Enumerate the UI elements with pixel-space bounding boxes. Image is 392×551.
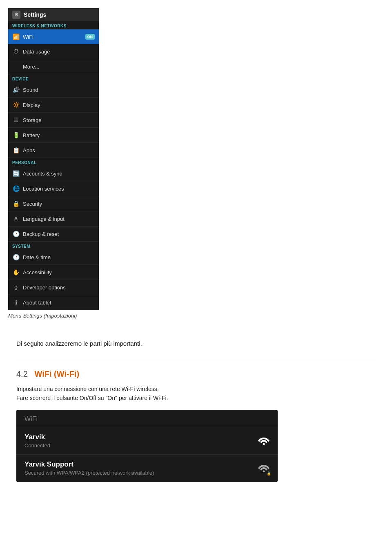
section-name: WiFi (Wi-Fi)	[34, 369, 79, 378]
svg-point-0	[263, 443, 265, 445]
sidebar-item-backup-reset[interactable]: 🕐 Backup & reset	[8, 227, 99, 242]
section-header-system: SYSTEM	[8, 242, 99, 250]
section-description: Impostare una connessione con una rete W…	[16, 384, 376, 403]
about-tablet-label: About tablet	[23, 300, 51, 306]
intro-text: Di seguito analizzeremo le parti più imp…	[16, 339, 376, 349]
sidebar-item-security[interactable]: 🔒 Security	[8, 196, 99, 211]
wifi-signal-icon-yarvik-support	[258, 462, 270, 472]
developer-options-icon: {}	[12, 284, 20, 291]
wifi-network-yarvik-support-status: Secured with WPA/WPA2 (protected network…	[24, 470, 154, 476]
storage-label: Storage	[23, 117, 42, 123]
sidebar-item-data-usage[interactable]: ⏱ Data usage	[8, 44, 99, 59]
wifi-network-yarvik-support-info: Yarvik Support Secured with WPA/WPA2 (pr…	[24, 460, 154, 476]
wifi-signal-yarvik-support: 🔒	[258, 462, 270, 474]
battery-icon: 🔋	[12, 131, 20, 139]
accessibility-icon: ✋	[12, 269, 20, 276]
section-desc-line2: Fare scorrere il pulsante On/Off su "On"…	[16, 395, 168, 401]
wifi-signal-yarvik	[258, 435, 270, 447]
section-desc-line1: Impostare una connessione con una rete W…	[16, 386, 159, 392]
sidebar-item-language-input[interactable]: A Language & input	[8, 211, 99, 227]
wifi-screenshot-panel: WiFi Yarvik Connected Yarvik Support Sec…	[16, 410, 278, 482]
security-icon: 🔒	[12, 200, 20, 207]
display-icon: 🔆	[12, 101, 20, 109]
data-usage-label: Data usage	[23, 49, 50, 55]
sidebar-item-developer-options[interactable]: {} Developer options	[8, 280, 99, 295]
settings-title: Settings	[24, 11, 46, 18]
sidebar-item-wifi[interactable]: 📶 WiFi ON	[8, 29, 99, 44]
language-input-label: Language & input	[23, 216, 65, 222]
language-input-icon: A	[12, 215, 20, 222]
apps-icon: 📋	[12, 147, 20, 154]
sidebar-item-accounts-sync[interactable]: 🔄 Accounts & sync	[8, 166, 99, 181]
accounts-sync-icon: 🔄	[12, 170, 20, 177]
sidebar-item-date-time[interactable]: 🕐 Date & time	[8, 250, 99, 265]
accessibility-label: Accessibility	[23, 269, 52, 276]
backup-reset-icon: 🕐	[12, 230, 20, 238]
storage-icon: ☰	[12, 116, 20, 124]
wifi-label: WiFi	[23, 34, 82, 40]
backup-reset-label: Backup & reset	[23, 231, 59, 237]
wifi-network-yarvik-support[interactable]: Yarvik Support Secured with WPA/WPA2 (pr…	[16, 455, 278, 482]
sidebar-item-display[interactable]: 🔆 Display	[8, 98, 99, 113]
wifi-network-yarvik-status: Connected	[24, 442, 50, 449]
section-number: 4.2	[16, 369, 28, 378]
wifi-screen-title: WiFi	[16, 410, 278, 427]
sidebar-item-battery[interactable]: 🔋 Battery	[8, 128, 99, 143]
sidebar-item-more[interactable]: More...	[8, 59, 99, 74]
lock-icon-yarvik-support: 🔒	[267, 471, 271, 475]
section-header-device: DEVICE	[8, 74, 99, 82]
wifi-network-yarvik-info: Yarvik Connected	[24, 433, 50, 449]
section-divider	[16, 361, 376, 361]
sidebar-item-apps[interactable]: 📋 Apps	[8, 143, 99, 158]
sidebar-item-storage[interactable]: ☰ Storage	[8, 113, 99, 128]
main-content: Di seguito analizzeremo le parti più imp…	[0, 323, 392, 494]
section-header-personal: PERSONAL	[8, 158, 99, 166]
sidebar-item-location-services[interactable]: 🌐 Location services	[8, 181, 99, 196]
apps-label: Apps	[23, 147, 35, 153]
battery-label: Battery	[23, 132, 40, 138]
developer-options-label: Developer options	[23, 284, 66, 291]
sidebar-item-sound[interactable]: 🔊 Sound	[8, 82, 99, 98]
date-time-label: Date & time	[23, 254, 51, 260]
location-services-label: Location services	[23, 186, 64, 192]
more-label: More...	[23, 64, 39, 70]
settings-caption: Menu Settings (Impostazioni)	[8, 313, 95, 319]
display-label: Display	[23, 102, 40, 108]
more-icon	[12, 63, 20, 70]
wifi-signal-icon-yarvik	[258, 435, 270, 445]
data-usage-icon: ⏱	[12, 48, 20, 55]
settings-title-bar: ⚙ Settings	[8, 8, 99, 21]
svg-point-1	[263, 471, 265, 473]
sound-label: Sound	[23, 87, 38, 93]
wifi-toggle-on[interactable]: ON	[85, 34, 95, 40]
gear-icon: ⚙	[12, 11, 20, 19]
about-tablet-icon: ℹ	[12, 299, 20, 306]
wifi-icon: 📶	[12, 33, 20, 40]
sound-icon: 🔊	[12, 86, 20, 93]
accounts-sync-label: Accounts & sync	[23, 171, 62, 177]
section-header-wireless: WIRELESS & NETWORKS	[8, 21, 99, 29]
sidebar-item-about-tablet[interactable]: ℹ About tablet	[8, 295, 99, 310]
wifi-network-yarvik-name: Yarvik	[24, 433, 50, 441]
security-label: Security	[23, 201, 42, 207]
section-title-wifi: 4.2 WiFi (Wi-Fi)	[16, 369, 376, 379]
date-time-icon: 🕐	[12, 253, 20, 261]
wifi-network-yarvik-support-name: Yarvik Support	[24, 460, 154, 469]
wifi-network-yarvik[interactable]: Yarvik Connected	[16, 427, 278, 455]
sidebar-item-accessibility[interactable]: ✋ Accessibility	[8, 265, 99, 280]
location-services-icon: 🌐	[12, 185, 20, 192]
settings-panel: ⚙ Settings WIRELESS & NETWORKS 📶 WiFi ON…	[8, 8, 99, 310]
